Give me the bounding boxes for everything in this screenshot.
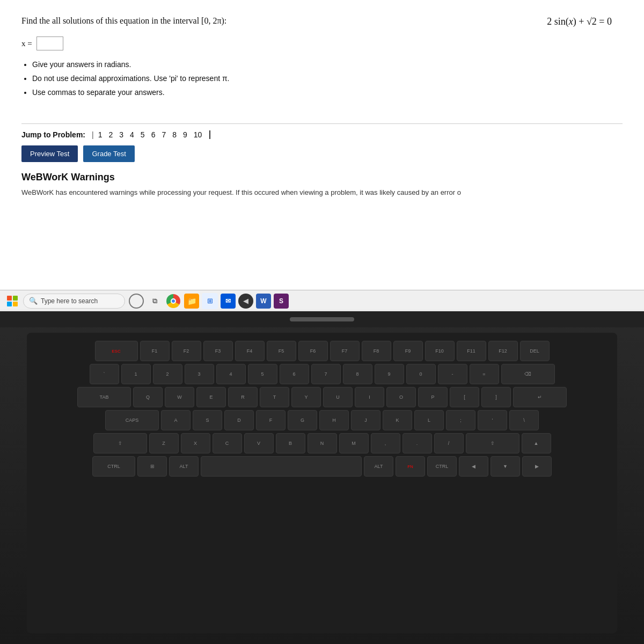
key-rctrl[interactable]: CTRL (427, 456, 457, 477)
key-fn[interactable]: FN (396, 456, 425, 477)
key-a[interactable]: A (161, 410, 191, 430)
key-period[interactable]: . (402, 433, 432, 453)
jump-num-6[interactable]: 6 (151, 130, 156, 139)
key-b[interactable]: B (276, 433, 305, 453)
key-y[interactable]: Y (291, 387, 321, 407)
key-i[interactable]: I (355, 387, 384, 407)
key-semicolon[interactable]: ; (446, 410, 475, 430)
key-f11[interactable]: F11 (457, 341, 486, 361)
grade-test-button[interactable]: Grade Test (83, 145, 134, 162)
key-2[interactable]: 2 (153, 364, 182, 384)
key-down[interactable]: ▼ (491, 456, 520, 477)
key-0[interactable]: 0 (406, 364, 436, 384)
key-7[interactable]: 7 (311, 364, 341, 384)
key-6[interactable]: 6 (280, 364, 309, 384)
key-f6[interactable]: F6 (298, 341, 328, 361)
jump-num-8[interactable]: 8 (172, 130, 177, 139)
key-del[interactable]: DEL (520, 341, 550, 361)
key-r[interactable]: R (228, 387, 258, 407)
file-explorer-button[interactable]: 📁 (184, 294, 199, 309)
key-left[interactable]: ◀ (459, 456, 488, 477)
chrome-button[interactable] (165, 293, 181, 309)
key-right[interactable]: ▶ (522, 456, 552, 477)
key-lalt[interactable]: ALT (169, 456, 199, 477)
key-quote[interactable]: ' (478, 410, 507, 430)
key-n[interactable]: N (308, 433, 337, 453)
key-f2[interactable]: F2 (172, 341, 201, 361)
key-m[interactable]: M (339, 433, 369, 453)
key-f5[interactable]: F5 (267, 341, 296, 361)
key-c[interactable]: C (213, 433, 242, 453)
virtual-desktop-button[interactable]: ⧉ (147, 293, 163, 309)
key-z[interactable]: Z (149, 433, 179, 453)
mail-button[interactable]: ✉ (221, 294, 236, 309)
jump-num-10[interactable]: 10 (194, 130, 202, 139)
task-view-button[interactable] (129, 294, 144, 309)
key-rbracket[interactable]: ] (481, 387, 511, 407)
key-capslock[interactable]: CAPS (105, 410, 159, 430)
answer-input[interactable] (36, 36, 63, 50)
key-j[interactable]: J (351, 410, 380, 430)
key-3[interactable]: 3 (185, 364, 214, 384)
jump-num-4[interactable]: 4 (130, 130, 134, 139)
jump-num-7[interactable]: 7 (162, 130, 166, 139)
jump-num-3[interactable]: 3 (119, 130, 123, 139)
jump-num-1[interactable]: 1 (98, 130, 103, 139)
key-f12[interactable]: F12 (488, 341, 518, 361)
key-5[interactable]: 5 (248, 364, 277, 384)
key-space[interactable] (201, 456, 362, 477)
key-tab[interactable]: TAB (77, 387, 131, 407)
key-slash[interactable]: / (434, 433, 464, 453)
key-up[interactable]: ▲ (522, 433, 551, 453)
windows-start-button[interactable] (4, 293, 20, 309)
slack-button[interactable]: S (274, 294, 289, 309)
key-esc[interactable]: ESC (95, 341, 138, 361)
taskbar-search[interactable]: 🔍 Type here to search (23, 294, 125, 309)
key-f3[interactable]: F3 (203, 341, 233, 361)
key-t[interactable]: T (260, 387, 289, 407)
key-equals[interactable]: = (470, 364, 499, 384)
jump-num-9[interactable]: 9 (183, 130, 187, 139)
key-p[interactable]: P (418, 387, 448, 407)
key-l[interactable]: L (414, 410, 444, 430)
key-8[interactable]: 8 (343, 364, 372, 384)
preview-test-button[interactable]: Preview Test (21, 145, 78, 162)
key-f4[interactable]: F4 (235, 341, 265, 361)
key-f1[interactable]: F1 (140, 341, 170, 361)
speaker-button[interactable]: ◀ (238, 294, 253, 309)
key-lbracket[interactable]: [ (450, 387, 479, 407)
key-9[interactable]: 9 (375, 364, 404, 384)
key-g[interactable]: G (288, 410, 317, 430)
key-comma[interactable]: , (371, 433, 400, 453)
word-button[interactable]: W (256, 294, 271, 309)
key-w[interactable]: W (165, 387, 194, 407)
key-f10[interactable]: F10 (425, 341, 455, 361)
key-enter-top[interactable]: ↵ (513, 387, 567, 407)
key-backspace[interactable]: ⌫ (501, 364, 555, 384)
key-backslash[interactable]: \ (509, 410, 539, 430)
key-o[interactable]: O (386, 387, 416, 407)
key-rshift[interactable]: ⇧ (466, 433, 519, 453)
key-d[interactable]: D (224, 410, 254, 430)
key-f9[interactable]: F9 (393, 341, 423, 361)
key-f7[interactable]: F7 (330, 341, 360, 361)
key-x[interactable]: X (181, 433, 210, 453)
key-lwin[interactable]: ⊞ (137, 456, 167, 477)
key-k[interactable]: K (383, 410, 412, 430)
key-f[interactable]: F (256, 410, 286, 430)
key-backtick[interactable]: ` (90, 364, 119, 384)
key-f8[interactable]: F8 (362, 341, 391, 361)
key-lshift[interactable]: ⇧ (93, 433, 147, 453)
grid-button[interactable]: ⊞ (202, 293, 218, 309)
key-minus[interactable]: - (438, 364, 467, 384)
key-s[interactable]: S (193, 410, 222, 430)
key-h[interactable]: H (319, 410, 349, 430)
key-q[interactable]: Q (133, 387, 163, 407)
jump-num-5[interactable]: 5 (141, 130, 145, 139)
key-e[interactable]: E (196, 387, 226, 407)
key-ralt[interactable]: ALT (364, 456, 393, 477)
key-u[interactable]: U (323, 387, 353, 407)
key-1[interactable]: 1 (121, 364, 151, 384)
jump-num-2[interactable]: 2 (108, 130, 113, 139)
key-4[interactable]: 4 (216, 364, 246, 384)
